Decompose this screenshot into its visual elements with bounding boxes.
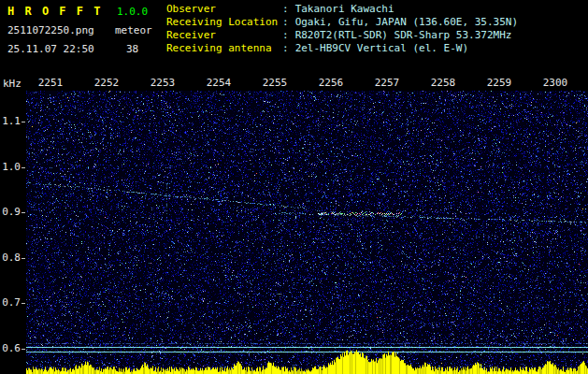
- info-colon: :: [282, 29, 289, 41]
- freq-tick: 0.7: [0, 297, 26, 309]
- info-value: Ogaki, Gifu, JAPAN (136.60E, 35.35N): [295, 16, 518, 28]
- time-tick-label: 2253: [151, 77, 176, 89]
- time-tick-label: 2256: [319, 77, 344, 89]
- freq-tick-mark: [22, 167, 25, 168]
- freq-tick-label: 0.9: [2, 207, 21, 218]
- freq-tick: 0.6: [0, 343, 26, 354]
- info-value: Takanori Kawachi: [295, 3, 394, 15]
- info-row-receiver: Receiver:R820T2(RTL-SDR) SDR-Sharp 53.37…: [166, 29, 518, 42]
- info-colon: :: [282, 3, 289, 15]
- info-colon: :: [282, 42, 289, 54]
- time-tick-label: 2259: [487, 77, 512, 89]
- freq-tick: 0.8: [0, 252, 26, 264]
- freq-tick: 1.1: [0, 116, 26, 127]
- time-tick-label: 2252: [94, 77, 120, 89]
- freq-tick-mark: [22, 212, 25, 213]
- frequency-axis: 1.1 1.0 0.9 0.8 0.7 0.6: [0, 0, 26, 374]
- header-left: H R O F F T 1.0.0 2511072250.png meteor …: [7, 2, 166, 58]
- freq-tick-label: 1.1: [2, 116, 21, 127]
- freq-tick-label: 0.8: [2, 252, 21, 264]
- freq-tick-mark: [22, 122, 25, 122]
- time-tick-label: 2258: [431, 77, 456, 89]
- time-tick-label: 2254: [207, 77, 232, 89]
- freq-tick-label: 1.0: [2, 162, 21, 173]
- title-row: H R O F F T 1.0.0: [7, 2, 166, 21]
- time-tick-label: 2257: [375, 77, 400, 89]
- app-version: 1.0.0: [117, 6, 148, 18]
- info-label: Receiving antenna: [166, 42, 282, 55]
- info-value: R820T2(RTL-SDR) SDR-Sharp 53.372MHz: [295, 29, 512, 41]
- hrofft-output: H R O F F T 1.0.0 2511072250.png meteor …: [0, 0, 588, 374]
- datetime-row: 25.11.07 22:50 38: [7, 39, 166, 58]
- freq-tick-mark: [22, 349, 25, 350]
- header-info: Observer:Takanori Kawachi Receiving Loca…: [166, 3, 518, 55]
- info-label: Observer: [166, 3, 282, 16]
- freq-tick-mark: [22, 303, 25, 304]
- info-row-observer: Observer:Takanori Kawachi: [166, 3, 518, 16]
- freq-tick-mark: [22, 258, 25, 259]
- info-colon: :: [282, 16, 289, 28]
- info-label: Receiving Location: [166, 16, 282, 29]
- spectrogram-canvas: [26, 91, 588, 374]
- time-tick-label: 2255: [263, 77, 288, 89]
- freq-tick: 0.9: [0, 207, 26, 218]
- freq-tick-label: 0.7: [2, 297, 21, 309]
- time-tick-label: 2251: [38, 77, 64, 89]
- time-axis: 2251 2252 2253 2254 2255 2256 2257 2258 …: [0, 77, 588, 90]
- freq-tick-label: 0.6: [2, 343, 21, 354]
- info-value: 2el-HB9CV Vertical (el. E-W): [295, 42, 468, 54]
- info-row-location: Receiving Location:Ogaki, Gifu, JAPAN (1…: [166, 16, 518, 29]
- mode-label: meteor: [115, 24, 152, 36]
- time-tick-label: 2300: [543, 77, 568, 89]
- filename-row: 2511072250.png meteor: [7, 21, 166, 39]
- info-label: Receiver: [166, 29, 282, 42]
- info-row-antenna: Receiving antenna:2el-HB9CV Vertical (el…: [166, 42, 518, 55]
- echo-count: 38: [126, 43, 138, 55]
- freq-tick: 1.0: [0, 162, 26, 173]
